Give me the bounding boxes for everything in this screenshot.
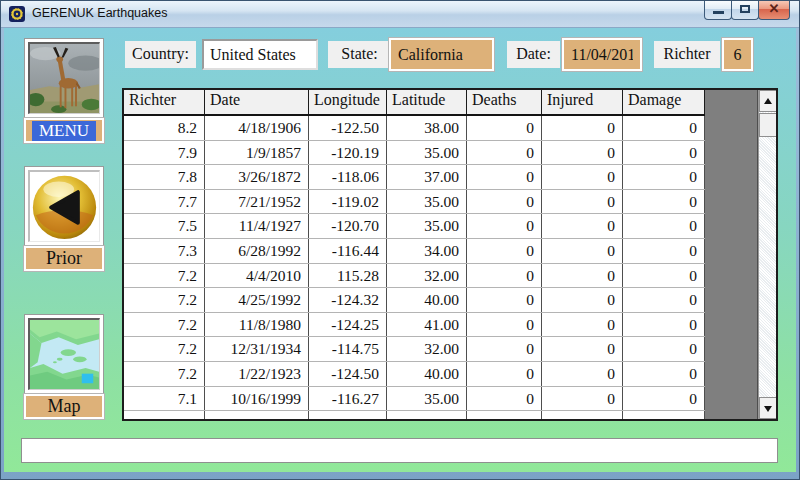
table-row[interactable]: 7.9 1/9/1857 -120.19 35.00 0 0 0 (124, 141, 705, 166)
title-bar[interactable]: GERENUK Earthquakes ✕ (0, 0, 800, 28)
close-button[interactable]: ✕ (758, 0, 790, 20)
date-label: Date: (507, 41, 560, 68)
maximize-icon (740, 5, 750, 13)
close-icon: ✕ (759, 1, 789, 16)
table-row[interactable]: 7.2 4/25/1992 -124.32 40.00 0 0 0 (124, 288, 705, 313)
menu-image-button[interactable] (24, 38, 104, 118)
scroll-down-button[interactable] (759, 397, 777, 419)
table-row[interactable]: 7.2 4/4/2010 115.28 32.00 0 0 0 (124, 264, 705, 289)
maximize-button[interactable] (731, 0, 759, 20)
table-row-partial (124, 411, 705, 421)
richter-label: Richter (654, 41, 720, 68)
app-icon (9, 6, 25, 22)
menu-button[interactable]: MENU (24, 118, 104, 143)
earthquake-table: Richter Date Longitude Latitude Deaths I… (122, 88, 778, 421)
scroll-down-icon (764, 406, 772, 412)
header-longitude[interactable]: Longitude (309, 90, 387, 114)
date-input[interactable] (562, 38, 642, 71)
gerenuk-photo (28, 42, 100, 114)
table-body: 8.2 4/18/1906 -122.50 38.00 0 0 0 7.9 1/… (124, 116, 705, 411)
header-injured[interactable]: Injured (542, 90, 623, 114)
vertical-scrollbar[interactable] (758, 90, 776, 419)
header-richter[interactable]: Richter (124, 90, 205, 114)
scroll-up-button[interactable] (759, 90, 777, 112)
window-title: GERENUK Earthquakes (32, 6, 167, 20)
window-controls: ✕ (705, 0, 790, 20)
richter-input[interactable] (722, 38, 753, 71)
table-row[interactable]: 7.3 6/28/1992 -116.44 34.00 0 0 0 (124, 239, 705, 264)
country-input[interactable] (202, 39, 318, 70)
app-window: GERENUK Earthquakes ✕ (0, 0, 800, 480)
prior-image-button[interactable] (24, 166, 104, 246)
state-label: State: (328, 41, 391, 68)
map-button-label: Map (48, 396, 81, 416)
scrollbar-thumb[interactable] (759, 113, 777, 137)
table-row[interactable]: 7.1 10/16/1999 -116.27 35.00 0 0 0 (124, 387, 705, 412)
menu-button-label: MENU (32, 121, 96, 141)
table-header-row: Richter Date Longitude Latitude Deaths I… (124, 90, 705, 116)
table-row[interactable]: 7.7 7/21/1952 -119.02 35.00 0 0 0 (124, 190, 705, 215)
map-image-button[interactable] (24, 314, 104, 394)
header-latitude[interactable]: Latitude (387, 90, 467, 114)
status-message-box[interactable] (21, 438, 778, 463)
table-row[interactable]: 7.5 11/4/1927 -120.70 35.00 0 0 0 (124, 214, 705, 239)
header-deaths[interactable]: Deaths (467, 90, 542, 114)
table-row[interactable]: 7.2 12/31/1934 -114.75 32.00 0 0 0 (124, 337, 705, 362)
client-area: MENU Prior (4, 28, 796, 472)
table-filler-column (705, 90, 758, 419)
minimize-icon (713, 11, 724, 14)
prior-button-label: Prior (46, 248, 82, 268)
map-button[interactable]: Map (24, 394, 104, 419)
prior-button[interactable]: Prior (24, 246, 104, 271)
country-label: Country: (125, 41, 196, 68)
header-damage[interactable]: Damage (623, 90, 705, 114)
table-row[interactable]: 7.2 11/8/1980 -124.25 41.00 0 0 0 (124, 313, 705, 338)
table-row[interactable]: 7.2 1/22/1923 -124.50 40.00 0 0 0 (124, 362, 705, 387)
region-map-thumbnail (28, 318, 100, 390)
table-row[interactable]: 7.8 3/26/1872 -118.06 37.00 0 0 0 (124, 165, 705, 190)
state-input[interactable] (389, 38, 494, 71)
table-row[interactable]: 8.2 4/18/1906 -122.50 38.00 0 0 0 (124, 116, 705, 141)
scroll-up-icon (764, 98, 772, 104)
header-date[interactable]: Date (205, 90, 309, 114)
gold-back-orb (28, 170, 100, 242)
minimize-button[interactable] (704, 0, 732, 20)
